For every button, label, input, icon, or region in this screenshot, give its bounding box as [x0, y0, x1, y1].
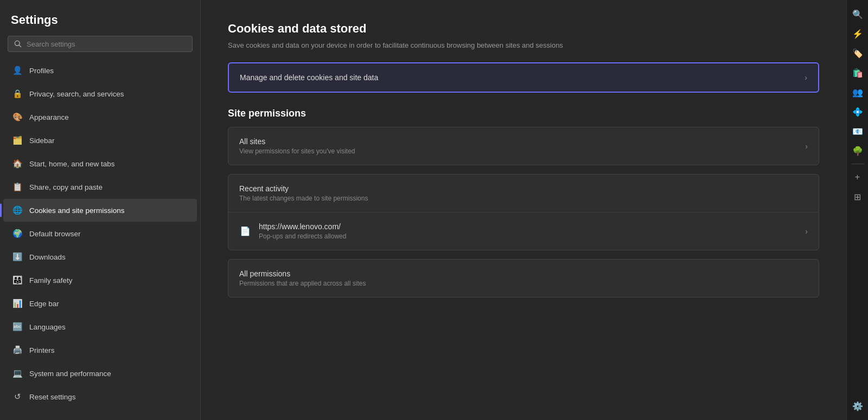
- sidebar-item-privacy[interactable]: 🔒 Privacy, search, and services: [3, 82, 197, 105]
- lenovo-desc: Pop-ups and redirects allowed: [259, 232, 799, 240]
- nav-label-cookies: Cookies and site permissions: [29, 206, 125, 215]
- right-toolbar: 🔍⚡🏷️🛍️👥💠📧🌳+⊞⚙️: [846, 0, 868, 420]
- all-permissions-item[interactable]: All permissions Permissions that are app…: [228, 260, 819, 297]
- nav-label-start-home: Start, home, and new tabs: [29, 160, 115, 168]
- lenovo-site-item[interactable]: 📄 https://www.lenovo.com/ Pop-ups and re…: [228, 212, 819, 250]
- site-page-icon: 📄: [239, 225, 251, 237]
- sidebar-title: Settings: [0, 0, 200, 36]
- nav-icon-profiles: 👤: [12, 65, 23, 76]
- nav-icon-share-copy: 📋: [12, 182, 23, 192]
- site-permissions-heading: Site permissions: [228, 108, 819, 119]
- main-content: Cookies and data stored Save cookies and…: [201, 0, 846, 420]
- nav-icon-system-perf: 💻: [12, 368, 23, 379]
- nav-icon-family-safety: 👨‍👩‍👧: [12, 275, 23, 286]
- recent-activity-header: Recent activity The latest changes made …: [228, 175, 819, 212]
- nav-icon-edge-bar: 📊: [12, 298, 23, 309]
- recent-activity-desc: The latest changes made to site permissi…: [239, 195, 808, 202]
- nav-label-downloads: Downloads: [29, 253, 66, 261]
- sidebar-item-start-home[interactable]: 🏠 Start, home, and new tabs: [3, 152, 197, 175]
- nav-icon-downloads: ⬇️: [12, 251, 23, 262]
- nav-icon-cookies: 🌐: [12, 205, 23, 216]
- manage-cookies-chevron: ›: [805, 73, 807, 82]
- nav-label-sidebar: Sidebar: [29, 137, 55, 145]
- all-permissions-card: All permissions Permissions that are app…: [228, 259, 819, 298]
- recent-activity-card: Recent activity The latest changes made …: [228, 174, 819, 250]
- toolbar-btn-split[interactable]: ⊞: [849, 188, 866, 205]
- toolbar-btn-collections[interactable]: 🏷️: [849, 44, 866, 62]
- search-box[interactable]: [8, 36, 193, 52]
- nav-label-edge-bar: Edge bar: [29, 300, 59, 308]
- nav-icon-default-browser: 🌍: [12, 228, 23, 239]
- sidebar-item-profiles[interactable]: 👤 Profiles: [3, 59, 197, 82]
- page-title: Cookies and data stored: [228, 22, 819, 36]
- toolbar-btn-outlook[interactable]: 📧: [849, 122, 866, 140]
- nav-icon-reset: ↺: [12, 391, 23, 402]
- toolbar-btn-search[interactable]: 🔍: [849, 5, 866, 23]
- sidebar-item-appearance[interactable]: 🎨 Appearance: [3, 106, 197, 128]
- svg-line-1: [19, 45, 21, 47]
- search-icon: [14, 40, 22, 48]
- sidebar-item-edge-bar[interactable]: 📊 Edge bar: [3, 292, 197, 315]
- nav-label-reset: Reset settings: [29, 393, 76, 401]
- sidebar-item-downloads[interactable]: ⬇️ Downloads: [3, 245, 197, 268]
- nav-icon-sidebar: 🗂️: [12, 135, 23, 146]
- all-sites-desc: View permissions for sites you've visite…: [239, 147, 799, 155]
- recent-activity-title: Recent activity: [239, 184, 808, 193]
- nav-label-profiles: Profiles: [29, 67, 54, 75]
- toolbar-btn-app[interactable]: 💠: [849, 103, 866, 120]
- nav-label-privacy: Privacy, search, and services: [29, 90, 124, 98]
- lenovo-chevron: ›: [805, 227, 808, 236]
- nav-label-printers: Printers: [29, 346, 55, 354]
- sidebar-item-printers[interactable]: 🖨️ Printers: [3, 339, 197, 361]
- sidebar: Settings 👤 Profiles 🔒 Privacy, search, a…: [0, 0, 201, 420]
- nav-label-share-copy: Share, copy and paste: [29, 183, 103, 191]
- all-permissions-desc: Permissions that are applied across all …: [239, 280, 808, 287]
- nav-icon-appearance: 🎨: [12, 112, 23, 122]
- sidebar-item-languages[interactable]: 🔤 Languages: [3, 315, 197, 338]
- toolbar-btn-shopping[interactable]: 🛍️: [849, 64, 866, 81]
- nav-label-languages: Languages: [29, 323, 66, 331]
- lenovo-url: https://www.lenovo.com/: [259, 222, 799, 231]
- nav-label-default-browser: Default browser: [29, 230, 81, 238]
- sidebar-item-system-perf[interactable]: 💻 System and performance: [3, 362, 197, 385]
- all-sites-item[interactable]: All sites View permissions for sites you…: [228, 127, 819, 165]
- manage-cookies-card: Manage and delete cookies and site data …: [228, 62, 819, 93]
- sidebar-item-cookies[interactable]: 🌐 Cookies and site permissions: [3, 199, 197, 222]
- sidebar-item-share-copy[interactable]: 📋 Share, copy and paste: [3, 176, 197, 198]
- sidebar-item-family-safety[interactable]: 👨‍👩‍👧 Family safety: [3, 269, 197, 292]
- sidebar-item-default-browser[interactable]: 🌍 Default browser: [3, 222, 197, 245]
- sidebar-item-sidebar[interactable]: 🗂️ Sidebar: [3, 129, 197, 152]
- nav-label-family-safety: Family safety: [29, 276, 73, 285]
- nav-label-system-perf: System and performance: [29, 370, 111, 378]
- all-permissions-title: All permissions: [239, 269, 808, 278]
- all-sites-chevron: ›: [805, 142, 808, 151]
- nav-icon-privacy: 🔒: [12, 88, 23, 99]
- sidebar-nav: 👤 Profiles 🔒 Privacy, search, and servic…: [0, 59, 200, 409]
- manage-cookies-title: Manage and delete cookies and site data: [240, 73, 798, 82]
- search-input[interactable]: [27, 40, 187, 48]
- toolbar-btn-extensions[interactable]: ⚡: [849, 25, 866, 42]
- nav-icon-printers: 🖨️: [12, 345, 23, 356]
- nav-icon-start-home: 🏠: [12, 158, 23, 169]
- manage-cookies-item[interactable]: Manage and delete cookies and site data …: [229, 63, 818, 92]
- toolbar-btn-people[interactable]: 👥: [849, 83, 866, 101]
- nav-label-appearance: Appearance: [29, 113, 69, 121]
- all-sites-card: All sites View permissions for sites you…: [228, 127, 819, 165]
- toolbar-btn-add[interactable]: +: [849, 169, 866, 186]
- nav-icon-languages: 🔤: [12, 321, 23, 332]
- toolbar-divider: [851, 164, 864, 164]
- toolbar-btn-tree[interactable]: 🌳: [849, 142, 866, 159]
- all-sites-title: All sites: [239, 137, 799, 146]
- page-subtitle: Save cookies and data on your device in …: [228, 41, 819, 49]
- sidebar-item-reset[interactable]: ↺ Reset settings: [3, 385, 197, 408]
- toolbar-btn-gear[interactable]: ⚙️: [849, 397, 866, 415]
